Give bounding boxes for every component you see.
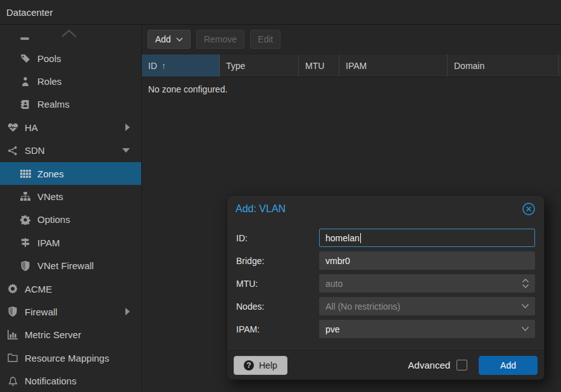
add-button[interactable]: Add [148,30,191,49]
sidebar-item-zones[interactable]: Zones [0,162,141,185]
column-header-type[interactable]: Type [220,54,299,77]
bridge-input[interactable]: vmbr0 [319,251,535,270]
column-header-ipam[interactable]: IPAM [339,54,448,77]
column-header-domain[interactable]: Domain [448,54,559,77]
shield-icon [19,261,32,271]
sidebar-item-label: Firewall [25,307,58,317]
field-row-mtu: MTU: auto [236,274,535,293]
edit-button-label: Edit [258,34,273,44]
ipam-label: IPAM: [236,324,319,334]
question-icon: ? [244,360,254,370]
sidebar-item-label: Resource Mappings [25,353,109,364]
id-label: ID: [236,233,319,243]
field-row-bridge: Bridge: vmbr0 [236,251,535,270]
advanced-checkbox[interactable] [457,360,467,370]
chevron-down-icon[interactable] [521,303,529,309]
sidebar-item-label: ACME [25,284,52,294]
sidebar-item-acme[interactable]: ACME [0,277,141,300]
nodes-label: Nodes: [236,301,319,312]
sidebar-item-label: Notifications [25,376,77,386]
dialog-title: Add: VLAN [236,203,286,215]
sidebar-item-firewall[interactable]: Firewall [0,300,141,323]
bridge-input-value: vmbr0 [325,256,350,266]
map-signs-icon [19,237,32,248]
bar-chart-icon [6,330,19,340]
mtu-spinner[interactable]: auto [319,274,535,293]
sidebar-item-resource-mappings[interactable]: Resource Mappings [0,346,141,369]
id-input-value: homelan [325,233,360,243]
sidebar-item-label: Pools [37,53,61,64]
column-header-mtu[interactable]: MTU [299,54,339,77]
gear-icon [19,215,32,225]
page-title: Datacenter [6,7,53,18]
column-header-id[interactable]: ID ↑ [142,54,220,77]
column-label: Domain [454,61,484,71]
chevron-down-icon [176,37,183,42]
sidebar-item-label: Realms [37,99,70,110]
chevron-down-icon[interactable] [122,148,130,153]
sidebar-item-label: Zones [37,168,64,179]
sidebar-item-vnet-firewall[interactable]: VNet Firewall [0,255,141,277]
heartbeat-icon [6,122,19,132]
remove-button-label: Remove [204,34,237,44]
sidebar-item-label: VNet Firewall [37,260,94,271]
help-button-label: Help [259,360,277,370]
remove-button[interactable]: Remove [196,30,244,49]
field-row-id: ID: homelan [236,229,535,247]
spinner-up-down-icon[interactable] [522,278,529,289]
sidebar-item-options[interactable]: Options [0,208,141,231]
sidebar-item-notifications[interactable]: Notifications [0,369,141,391]
chevron-right-icon[interactable] [125,308,130,315]
add-vlan-dialog: Add: VLAN ID: homelan Bridge: vmbr0 MTU:… [227,195,545,380]
sidebar-item-ipam[interactable]: IPAM [0,231,141,254]
column-label: Type [226,61,245,71]
ipam-select-value: pve [325,324,340,334]
close-icon[interactable] [522,202,536,216]
edit-button[interactable]: Edit [250,30,280,49]
chevron-right-icon[interactable] [125,123,130,131]
nodes-select[interactable]: All (No restrictions) [319,297,535,315]
column-label: IPAM [346,61,367,71]
column-label: ID [148,61,157,71]
sidebar-item-vnets[interactable]: VNets [0,185,141,208]
bridge-label: Bridge: [236,256,319,266]
address-book-icon [19,99,32,110]
bell-icon [6,376,19,386]
sidebar-item-ha[interactable]: HA [0,116,141,139]
grid-icon [19,168,32,179]
dialog-add-button[interactable]: Add [479,356,538,375]
sitemap-icon [19,192,32,202]
sidebar-item-roles[interactable]: Roles [0,70,141,92]
ipam-select[interactable]: pve [319,320,535,338]
top-bar: Datacenter [0,0,561,25]
scroll-up-indicator-icon[interactable] [60,28,78,39]
zones-toolbar: Add Remove Edit [142,25,561,54]
folder-icon [6,353,19,363]
sidebar-item-label: Metric Server [25,329,81,340]
mtu-input-value: auto [325,279,343,289]
sidebar-item-pools[interactable]: Pools [0,47,141,70]
resource-tree-sidebar: Pools Roles Realms HA SDN [0,25,142,391]
table-empty-text: No zone configured. [142,77,561,101]
dialog-footer: ? Help Advanced Add [227,350,544,379]
clipped-row-fragment [20,37,29,40]
table-header-row: ID ↑ Type MTU IPAM Domain [142,54,561,77]
sidebar-item-sdn[interactable]: SDN [0,139,141,162]
sidebar-item-label: SDN [25,145,45,156]
shield-icon [6,307,19,317]
id-input[interactable]: homelan [319,229,535,247]
sidebar-item-label: Options [37,214,70,225]
mtu-label: MTU: [236,279,319,289]
sidebar-item-label: VNets [37,191,63,202]
help-button[interactable]: ? Help [234,356,287,375]
advanced-label: Advanced [408,360,450,370]
add-button-label: Add [155,34,171,44]
dialog-header[interactable]: Add: VLAN [227,196,544,222]
sidebar-item-label: HA [25,122,38,133]
chevron-down-icon[interactable] [521,326,529,332]
certificate-icon [6,284,19,294]
sidebar-item-metric-server[interactable]: Metric Server [0,324,141,346]
sidebar-item-realms[interactable]: Realms [0,93,141,116]
column-label: MTU [305,61,324,71]
tree-scroll-fragment [0,25,141,47]
